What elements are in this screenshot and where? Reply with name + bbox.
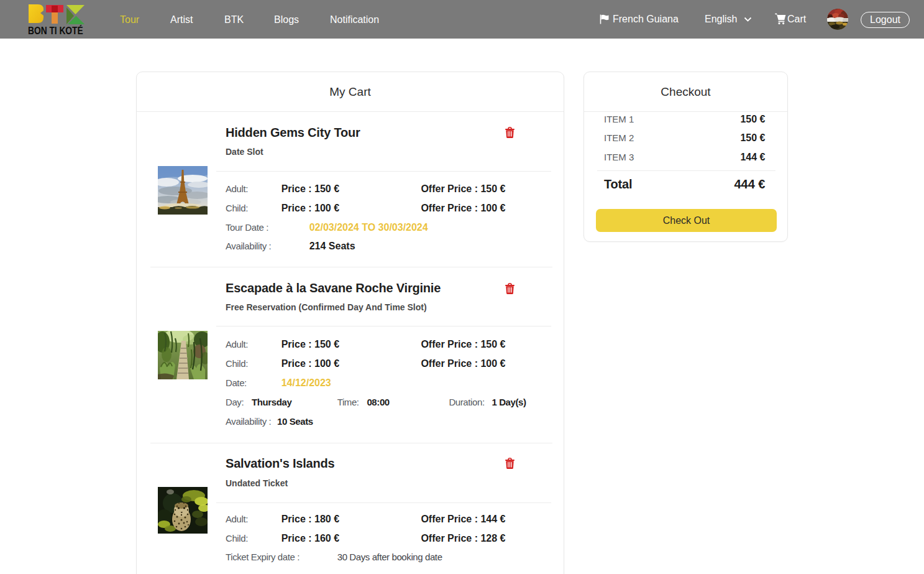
- svg-text:BON TI KOTÉ: BON TI KOTÉ: [28, 25, 83, 35]
